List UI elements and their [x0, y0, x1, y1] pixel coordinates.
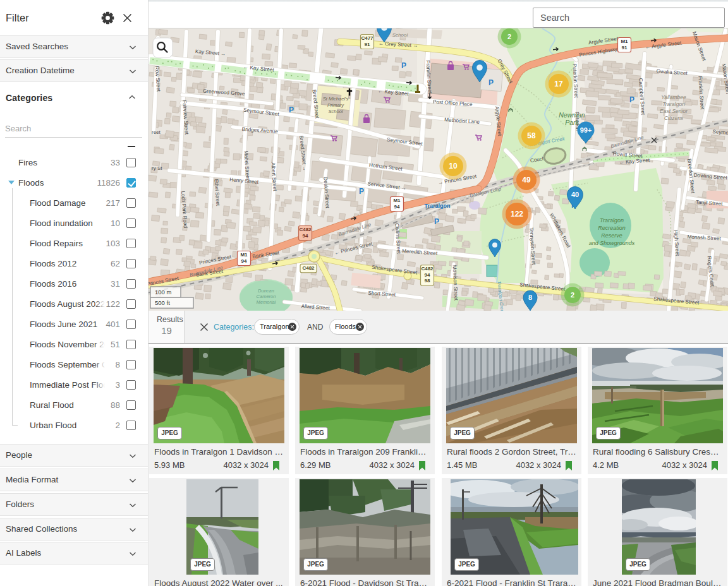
svg-text:122: 122: [511, 210, 523, 218]
svg-text:M1: M1: [393, 198, 401, 203]
svg-text:8: 8: [528, 294, 532, 301]
svg-text:Recreation: Recreation: [598, 225, 626, 231]
svg-text:East Senior: East Senior: [660, 108, 688, 114]
svg-text:Yallambee: Yallambee: [661, 94, 686, 100]
svg-text:99+: 99+: [580, 126, 592, 134]
svg-text:49: 49: [522, 176, 531, 184]
svg-text:M1: M1: [621, 39, 628, 44]
svg-text:Duncan: Duncan: [258, 288, 274, 294]
svg-text:Traralgon: Traralgon: [662, 101, 685, 107]
svg-text:40: 40: [571, 191, 579, 198]
svg-text:10: 10: [449, 162, 458, 170]
svg-text:Traralgon: Traralgon: [424, 203, 450, 209]
svg-text:91: 91: [365, 42, 370, 47]
svg-text:School: School: [392, 32, 408, 38]
svg-text:P: P: [289, 105, 294, 114]
svg-text:P: P: [434, 217, 439, 226]
svg-text:98: 98: [425, 278, 430, 284]
svg-text:94: 94: [394, 204, 400, 210]
svg-text:Primary: Primary: [327, 102, 344, 108]
svg-text:91: 91: [622, 45, 628, 51]
svg-text:C482: C482: [302, 265, 315, 271]
svg-text:St Michael's: St Michael's: [323, 96, 349, 102]
svg-text:School: School: [328, 109, 343, 114]
svg-text:17: 17: [554, 80, 563, 88]
svg-text:500 ft: 500 ft: [155, 299, 170, 306]
svg-text:ry St: ry St: [152, 165, 162, 171]
svg-text:P: P: [359, 187, 364, 196]
svg-text:100 m: 100 m: [155, 289, 171, 296]
svg-text:Citizens: Citizens: [664, 115, 684, 121]
svg-text:2: 2: [507, 33, 511, 40]
svg-text:94: 94: [241, 258, 247, 264]
svg-text:94: 94: [425, 272, 430, 278]
svg-text:Memorial: Memorial: [257, 299, 276, 305]
svg-text:P: P: [629, 95, 634, 104]
svg-text:P: P: [488, 78, 494, 87]
svg-text:94: 94: [303, 233, 308, 239]
svg-text:Cameron: Cameron: [257, 294, 276, 299]
svg-text:C482: C482: [299, 227, 312, 232]
svg-text:Newman: Newman: [559, 111, 585, 119]
svg-text:Traralgon: Traralgon: [600, 217, 624, 224]
svg-text:C482: C482: [421, 266, 434, 272]
svg-text:reet: reet: [152, 129, 161, 135]
svg-text:2: 2: [571, 291, 574, 299]
svg-text:58: 58: [527, 131, 536, 140]
svg-text:Reserve: Reserve: [601, 232, 622, 239]
svg-text:M1: M1: [240, 252, 248, 258]
svg-text:C477: C477: [361, 35, 373, 41]
svg-text:and Showgrounds: and Showgrounds: [589, 240, 635, 246]
svg-text:P: P: [401, 61, 406, 70]
